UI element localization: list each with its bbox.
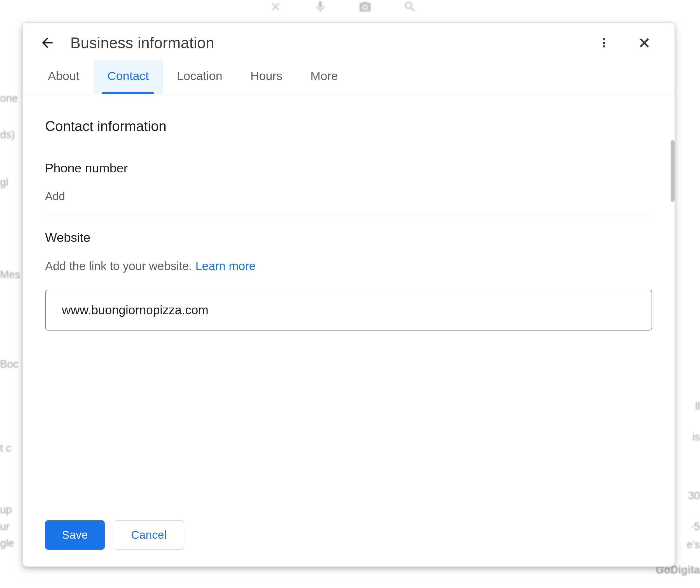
modal-content: Contact information Phone number Add Web… — [23, 94, 675, 520]
camera-icon — [359, 0, 375, 17]
tab-about[interactable]: About — [34, 60, 93, 94]
mic-icon — [313, 0, 330, 17]
scrollbar[interactable] — [671, 140, 675, 202]
arrow-left-icon — [39, 35, 55, 51]
svg-point-0 — [603, 38, 605, 40]
website-label: Website — [45, 230, 652, 245]
close-button[interactable] — [635, 34, 653, 52]
back-button[interactable] — [38, 34, 56, 52]
phone-number-label: Phone number — [45, 161, 652, 175]
website-input[interactable] — [45, 290, 652, 331]
tab-location[interactable]: Location — [163, 60, 236, 94]
tab-more[interactable]: More — [296, 60, 352, 94]
more-menu-button[interactable] — [595, 34, 613, 52]
modal-header: Business information — [23, 23, 675, 60]
learn-more-link[interactable]: Learn more — [195, 259, 256, 273]
cancel-button[interactable]: Cancel — [114, 520, 184, 550]
website-description: Add the link to your website. Learn more — [45, 259, 652, 273]
website-section: Website Add the link to your website. Le… — [45, 230, 652, 344]
save-button[interactable]: Save — [45, 520, 105, 550]
phone-number-add-link[interactable]: Add — [45, 190, 652, 203]
close-icon — [637, 36, 652, 50]
business-information-modal: Business information About Contact Locat… — [22, 22, 675, 567]
modal-title: Business information — [70, 34, 581, 52]
modal-footer: Save Cancel — [23, 520, 675, 566]
scrollbar-thumb[interactable] — [671, 140, 675, 202]
clear-icon — [269, 0, 285, 17]
tabs-bar: About Contact Location Hours More — [23, 60, 675, 94]
search-icon — [403, 0, 420, 17]
section-title: Contact information — [45, 118, 652, 134]
tab-contact[interactable]: Contact — [93, 60, 163, 94]
phone-number-section: Phone number Add — [45, 161, 652, 216]
tab-hours[interactable]: Hours — [236, 60, 296, 94]
svg-point-2 — [603, 45, 605, 48]
more-vert-icon — [598, 37, 610, 49]
svg-point-1 — [603, 42, 605, 44]
